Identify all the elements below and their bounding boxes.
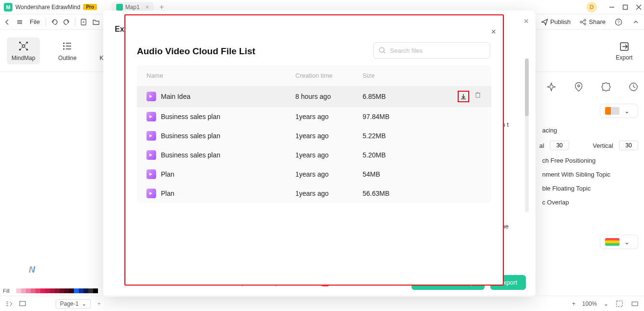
file-size: 5.20MB: [363, 151, 430, 159]
file-icon: [146, 150, 156, 160]
svg-point-11: [584, 19, 586, 21]
color-swatch[interactable]: [50, 288, 55, 293]
fullscreen-icon[interactable]: [631, 299, 639, 308]
outline-view-button[interactable]: Outline: [53, 37, 81, 64]
horizontal-spacing-input[interactable]: [550, 141, 569, 150]
scrollbar-thumb[interactable]: [525, 59, 529, 116]
app-icon: M: [4, 3, 12, 12]
overlap-option[interactable]: c Overlap: [539, 199, 638, 206]
pro-badge: Pro: [83, 4, 97, 10]
scrollbar[interactable]: [525, 59, 529, 212]
help-icon[interactable]: ?: [614, 18, 623, 26]
chevron-down-icon[interactable]: ⌄: [604, 300, 608, 307]
add-page-button[interactable]: +: [97, 300, 101, 307]
color-swatch[interactable]: [60, 288, 64, 293]
color-swatch[interactable]: [84, 288, 88, 293]
svg-line-23: [24, 43, 26, 45]
color-swatch[interactable]: [69, 288, 74, 293]
fit-screen-icon[interactable]: [615, 299, 624, 308]
undo-icon[interactable]: [50, 18, 59, 26]
table-row[interactable]: Business sales plan1years ago97.84MB: [137, 107, 491, 126]
export-button[interactable]: Export: [616, 41, 632, 61]
mindmap-view-button[interactable]: MindMap: [7, 37, 40, 64]
color-swatch[interactable]: [64, 288, 69, 293]
layout-selector[interactable]: ⌄: [600, 104, 638, 118]
color-swatch[interactable]: [74, 288, 79, 293]
tab-close-icon[interactable]: ×: [146, 4, 149, 11]
back-icon[interactable]: [3, 18, 12, 26]
svg-point-26: [63, 42, 65, 44]
table-row[interactable]: Business sales plan1years ago5.22MB: [137, 126, 491, 145]
floating-topic-option[interactable]: ble Floating Topic: [539, 185, 638, 192]
maximize-icon[interactable]: [622, 4, 629, 11]
svg-point-30: [63, 48, 65, 49]
color-swatch[interactable]: [79, 288, 84, 293]
table-row[interactable]: Plan1years ago54MB: [137, 165, 491, 184]
table-row[interactable]: Business sales plan1years ago5.20MB: [137, 145, 491, 165]
svg-text:?: ?: [617, 20, 620, 24]
color-swatch[interactable]: [40, 288, 45, 293]
color-swatch[interactable]: [36, 288, 40, 293]
svg-rect-45: [476, 93, 480, 97]
color-swatch[interactable]: [31, 288, 36, 293]
collapse-icon[interactable]: [632, 18, 640, 26]
color-swatch[interactable]: [21, 288, 26, 293]
spacing-label: acing: [539, 127, 638, 134]
color-swatch[interactable]: [45, 288, 50, 293]
color-swatch[interactable]: [12, 288, 16, 293]
badge-icon[interactable]: [601, 82, 611, 92]
chevron-down-icon: ⌄: [82, 300, 86, 307]
color-swatch[interactable]: [88, 288, 93, 293]
delete-button[interactable]: [474, 91, 482, 98]
search-box[interactable]: [373, 42, 490, 59]
free-positioning-option[interactable]: ch Free Positioning: [539, 157, 638, 164]
right-panel: ⌄ acing al Vertical ch Free Positioning …: [534, 72, 644, 283]
table-row[interactable]: Main Idea8 hours ago6.85MB: [137, 86, 491, 107]
location-icon[interactable]: [573, 82, 584, 92]
outline-toggle-icon[interactable]: [5, 299, 13, 308]
svg-line-13: [582, 21, 584, 22]
close-icon[interactable]: [635, 4, 642, 11]
clock-icon[interactable]: [628, 82, 639, 92]
layout-swatch-icon: [605, 107, 620, 115]
table-row[interactable]: Plan1years ago56.63MB: [137, 184, 491, 203]
sibling-alignment-option[interactable]: nment With Sibling Topic: [539, 171, 638, 178]
file-time: 1years ago: [295, 190, 363, 197]
minimize-icon[interactable]: [608, 4, 615, 11]
sparkle-icon[interactable]: [546, 82, 557, 92]
color-swatch[interactable]: [26, 288, 31, 293]
download-button[interactable]: [458, 91, 469, 102]
presentation-icon[interactable]: [18, 299, 27, 308]
color-swatch[interactable]: [16, 288, 21, 293]
inner-dialog-close-button[interactable]: ×: [491, 27, 496, 37]
svg-line-24: [20, 47, 22, 49]
svg-line-42: [384, 52, 385, 53]
menu-icon[interactable]: [15, 18, 24, 26]
dialog-close-button[interactable]: ×: [523, 16, 529, 26]
app-name: Wondershare EdrawMind: [15, 4, 80, 11]
user-avatar[interactable]: D: [586, 2, 597, 12]
file-name: Business sales plan: [161, 151, 220, 159]
new-doc-icon[interactable]: [79, 18, 88, 26]
file-name: Plan: [161, 190, 174, 197]
mindmap-label: MindMap: [12, 55, 35, 61]
folder-icon[interactable]: [92, 18, 100, 26]
cloud-file-list-dialog: × Audio Video Cloud File List Name Creat…: [124, 14, 504, 286]
color-swatch[interactable]: [93, 288, 98, 293]
theme-selector[interactable]: ⌄: [600, 235, 638, 249]
vertical-spacing-input[interactable]: [619, 141, 638, 150]
redo-icon[interactable]: [62, 18, 71, 26]
file-time: 1years ago: [295, 170, 363, 178]
new-tab-button[interactable]: +: [159, 3, 164, 12]
tab-file-icon: [116, 4, 123, 11]
share-button[interactable]: Share: [579, 18, 606, 26]
zoom-in-icon[interactable]: +: [572, 300, 575, 307]
file-menu[interactable]: File: [28, 18, 42, 25]
svg-rect-51: [20, 301, 25, 306]
page-selector[interactable]: Page-1 ⌄: [56, 299, 91, 309]
export-label: Export: [616, 54, 632, 61]
search-input[interactable]: [390, 47, 485, 54]
publish-button[interactable]: Publish: [541, 18, 571, 26]
color-swatch[interactable]: [55, 288, 60, 293]
svg-point-10: [580, 21, 582, 23]
